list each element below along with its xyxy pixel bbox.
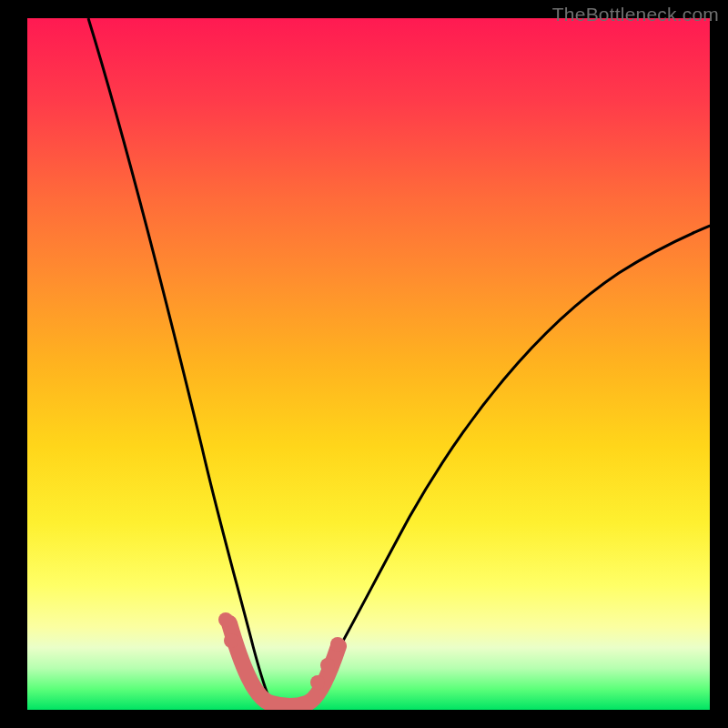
marker-dot — [310, 675, 325, 690]
chart-frame: TheBottleneck.com — [0, 0, 728, 728]
marker-dot — [330, 637, 345, 652]
marker-dot — [218, 612, 233, 627]
marker-dot — [224, 633, 238, 648]
watermark-text: TheBottleneck.com — [552, 4, 719, 25]
left-curve — [88, 18, 271, 703]
curve-layer — [27, 18, 710, 710]
plot-area — [27, 18, 710, 710]
right-curve — [307, 222, 710, 703]
marker-dot — [320, 658, 335, 672]
